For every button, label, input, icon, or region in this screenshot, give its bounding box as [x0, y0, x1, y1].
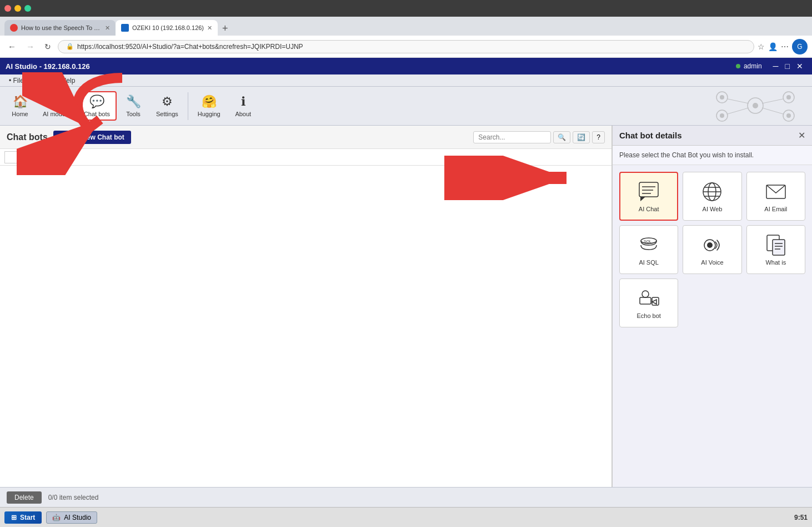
toolbar-hugging-btn[interactable]: 🤗 Hugging [192, 92, 227, 120]
about-icon: ℹ [241, 95, 245, 109]
start-icon: ⊞ [11, 514, 17, 521]
bot-card-ai-chat[interactable]: AI Chat [619, 172, 678, 221]
bot-card-ai-voice[interactable]: AI Voice [683, 225, 741, 274]
refresh-list-button[interactable]: 🔄 [573, 131, 590, 143]
svg-point-1 [753, 103, 758, 108]
bot-card-what-is[interactable]: What is [746, 225, 805, 274]
close-window-btn[interactable] [4, 5, 11, 12]
main-content: Chat bots Create new Chat bot 🔍 🔄 ? [0, 126, 812, 487]
help-button[interactable]: ? [592, 131, 605, 143]
extensions-button[interactable]: ⋯ [781, 42, 789, 51]
aimodels-icon: ⚙ [51, 95, 62, 109]
right-panel-title: Chat bot details [619, 131, 798, 140]
toolbar-settings-btn[interactable]: ⚙ Settings [150, 92, 184, 120]
menu-help[interactable]: • Help [53, 76, 79, 86]
search-area: 🔍 🔄 ? [473, 131, 605, 143]
taskbar-clock: 9:51 [794, 514, 808, 521]
app-close-btn[interactable]: ✕ [793, 62, 806, 71]
back-button[interactable]: ← [4, 39, 19, 53]
taskbar: ⊞ Start 🤖 AI Studio 9:51 [0, 507, 812, 527]
tab2-close[interactable]: ✕ [207, 24, 212, 32]
right-panel-header: Chat bot details ✕ [613, 126, 812, 146]
status-text: 0/0 item selected [48, 494, 99, 501]
minimize-window-btn[interactable] [14, 5, 21, 12]
bot-card-ai-sql[interactable]: SQL AI SQL [619, 225, 678, 274]
left-panel: Chat bots Create new Chat bot 🔍 🔄 ? [0, 126, 612, 487]
taskbar-app[interactable]: 🤖 AI Studio [46, 511, 97, 524]
settings-label: Settings [156, 111, 178, 117]
network-diagram-icon [705, 89, 805, 124]
svg-line-13 [762, 108, 783, 114]
profile-avatar[interactable]: G [792, 39, 808, 54]
svg-point-5 [786, 95, 791, 100]
start-button[interactable]: ⊞ Start [4, 511, 42, 524]
address-bar[interactable]: 🔒 https://localhost:9520/AI+Studio/?a=Ch… [58, 40, 754, 53]
bot-card-echo-bot[interactable]: Echo bot [619, 279, 678, 327]
bot-label-ai-sql: AI SQL [639, 259, 658, 266]
search-button[interactable]: 🔍 [553, 131, 570, 143]
svg-line-11 [728, 108, 749, 114]
browser-tab-2[interactable]: OZEKI 10 (192.168.0.126) ✕ [116, 20, 218, 36]
svg-point-33 [642, 291, 649, 297]
admin-label: admin [744, 62, 762, 70]
left-panel-toolbar [0, 149, 611, 166]
app-title: AI Studio - 192.168.0.126 [6, 62, 736, 71]
bottom-bar: Delete 0/0 item selected [0, 487, 812, 507]
menu-edit[interactable]: • Edit [28, 76, 53, 86]
bot-label-ai-web: AI Web [703, 206, 723, 212]
search-input[interactable] [473, 131, 551, 143]
right-panel: Chat bot details ✕ Please select the Cha… [612, 126, 812, 487]
tab2-favicon [121, 24, 129, 32]
hugging-icon: 🤗 [202, 95, 217, 109]
bot-label-ai-voice: AI Voice [701, 259, 723, 266]
svg-rect-34 [640, 297, 651, 304]
toolbar-chatbots-btn[interactable]: 💬 Chat bots [77, 91, 117, 121]
tab1-close[interactable]: ✕ [105, 24, 110, 32]
toolbar-home-btn[interactable]: 🏠 Home [4, 92, 36, 120]
svg-point-27 [707, 242, 713, 248]
svg-point-7 [720, 113, 724, 118]
menu-file[interactable]: • File [4, 76, 28, 86]
bot-label-echo-bot: Echo bot [636, 312, 660, 319]
start-label: Start [20, 514, 35, 521]
right-panel-subtitle: Please select the Chat Bot you wish to i… [613, 146, 812, 165]
filter-dropdown[interactable] [4, 151, 71, 163]
settings-icon: ⚙ [162, 95, 173, 109]
new-tab-button[interactable]: + [218, 23, 233, 34]
bookmark-button[interactable]: ☆ [758, 42, 765, 51]
panel-title: Chat bots [7, 132, 48, 142]
browser-tab-1[interactable]: How to use the Speech To Text m... ✕ [4, 20, 116, 36]
svg-point-9 [786, 113, 791, 118]
left-panel-header: Chat bots Create new Chat bot 🔍 🔄 ? [0, 126, 611, 149]
address-text: https://localhost:9520/AI+Studio/?a=Chat… [77, 43, 303, 51]
toolbar-about-btn[interactable]: ℹ About [228, 92, 259, 120]
toolbar-divider [188, 92, 188, 120]
right-panel-close-btn[interactable]: ✕ [798, 130, 805, 141]
delete-button[interactable]: Delete [7, 491, 42, 504]
tools-icon: 🔧 [126, 95, 141, 109]
taskbar-app-label: AI Studio [64, 514, 91, 521]
create-chatbot-button[interactable]: Create new Chat bot [53, 131, 131, 144]
bot-grid: AI Chat AI Web [613, 165, 812, 334]
bot-label-what-is: What is [765, 259, 786, 266]
bot-card-ai-email[interactable]: AI Email [746, 172, 805, 221]
tab1-favicon [10, 24, 18, 32]
svg-rect-29 [773, 240, 785, 255]
svg-line-12 [762, 99, 783, 103]
admin-section: admin [736, 62, 762, 70]
maximize-window-btn[interactable] [24, 5, 31, 12]
svg-line-10 [728, 99, 749, 103]
app-maximize-btn[interactable]: □ [782, 62, 793, 71]
chatbots-label: Chat bots [84, 111, 110, 117]
bot-label-ai-email: AI Email [764, 206, 787, 212]
bot-label-ai-chat: AI Chat [639, 206, 659, 212]
profile-button[interactable]: 👤 [768, 42, 778, 51]
bot-card-ai-web[interactable]: AI Web [683, 172, 741, 221]
svg-rect-14 [639, 182, 658, 197]
toolbar-tools-btn[interactable]: 🔧 Tools [118, 92, 149, 120]
toolbar-aimodels-btn[interactable]: ⚙ AI models [37, 92, 76, 120]
forward-button[interactable]: → [23, 39, 38, 53]
app-toolbar: 🏠 Home ⚙ AI models 💬 Chat bots 🔧 Tools ⚙… [0, 87, 812, 126]
app-minimize-btn[interactable]: ─ [770, 62, 782, 71]
refresh-button[interactable]: ↻ [41, 40, 54, 53]
